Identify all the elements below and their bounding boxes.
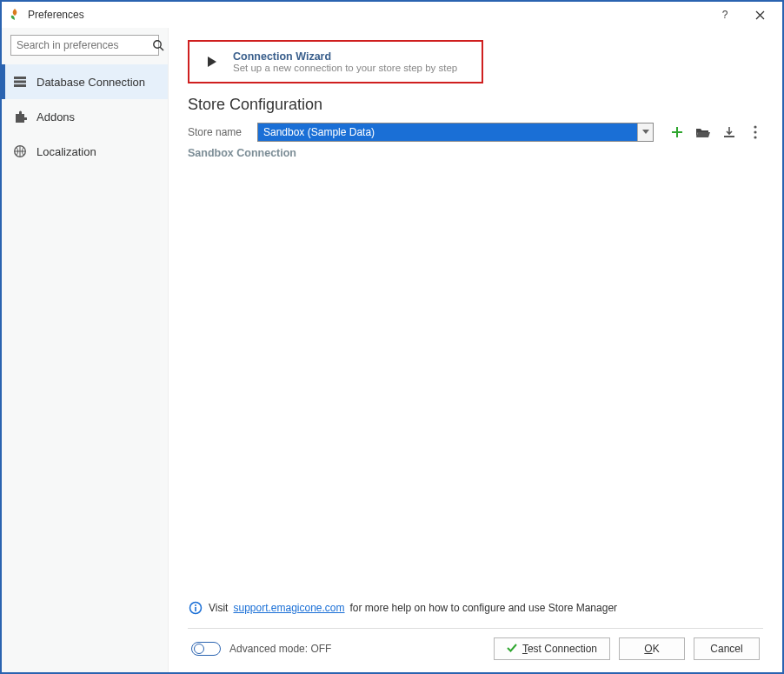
close-button[interactable] bbox=[742, 2, 777, 28]
search-field[interactable] bbox=[11, 39, 152, 51]
advanced-mode-toggle[interactable] bbox=[191, 642, 221, 656]
close-icon bbox=[755, 10, 765, 20]
play-icon bbox=[202, 52, 221, 71]
app-logo-icon bbox=[7, 7, 23, 23]
sidebar-item-addons[interactable]: Addons bbox=[2, 99, 168, 134]
check-icon bbox=[507, 643, 517, 655]
svg-point-0 bbox=[154, 41, 161, 48]
info-row: Visit support.emagicone.com for more hel… bbox=[188, 595, 763, 628]
store-name-combobox[interactable]: Sandbox (Sample Data) bbox=[257, 123, 654, 142]
toggle-knob bbox=[194, 644, 204, 654]
info-icon bbox=[188, 600, 203, 616]
sidebar-item-label: Localization bbox=[37, 145, 96, 158]
support-link[interactable]: support.emagicone.com bbox=[233, 602, 344, 614]
ok-button[interactable]: OK bbox=[619, 637, 685, 660]
test-connection-button[interactable]: Test Connection bbox=[494, 637, 610, 660]
kebab-icon bbox=[754, 125, 757, 139]
sidebar-item-localization[interactable]: Localization bbox=[2, 134, 168, 169]
svg-rect-1 bbox=[14, 77, 26, 79]
info-text-suffix: for more help on how to configure and us… bbox=[350, 602, 618, 614]
svg-point-6 bbox=[754, 130, 756, 133]
connection-wizard-button[interactable]: Connection Wizard Set up a new connectio… bbox=[188, 40, 483, 83]
sidebar-item-label: Addons bbox=[37, 110, 75, 123]
add-store-button[interactable] bbox=[669, 124, 685, 140]
sidebar-item-label: Database Connection bbox=[37, 76, 145, 89]
test-connection-label: Test Connection bbox=[522, 643, 597, 655]
database-icon bbox=[12, 74, 28, 90]
globe-icon bbox=[12, 143, 28, 159]
store-name-label: Store name bbox=[188, 126, 250, 138]
svg-point-9 bbox=[195, 604, 196, 606]
window-title: Preferences bbox=[28, 9, 84, 21]
svg-rect-10 bbox=[195, 607, 196, 611]
help-icon: ? bbox=[722, 9, 728, 21]
advanced-mode-label: Advanced mode: OFF bbox=[229, 643, 331, 655]
cancel-button[interactable]: Cancel bbox=[694, 637, 760, 660]
sidebar-item-database-connection[interactable]: Database Connection bbox=[2, 64, 168, 99]
wizard-subtitle: Set up a new connection to your store st… bbox=[233, 63, 457, 73]
open-folder-button[interactable] bbox=[695, 124, 711, 140]
search-icon bbox=[152, 39, 164, 51]
search-input[interactable] bbox=[10, 35, 159, 56]
svg-point-5 bbox=[754, 125, 756, 128]
plus-icon bbox=[670, 125, 684, 139]
ok-label: OK bbox=[644, 643, 659, 655]
sidebar: Database Connection Addons Localization bbox=[2, 28, 169, 672]
section-title: Store Configuration bbox=[188, 96, 763, 114]
chevron-down-icon[interactable] bbox=[637, 123, 653, 141]
download-button[interactable] bbox=[721, 124, 737, 140]
wizard-title: Connection Wizard bbox=[233, 50, 457, 63]
more-options-button[interactable] bbox=[747, 124, 763, 140]
help-button[interactable]: ? bbox=[708, 2, 742, 28]
cancel-label: Cancel bbox=[710, 643, 742, 655]
svg-rect-2 bbox=[14, 81, 26, 83]
download-icon bbox=[722, 125, 736, 139]
svg-rect-3 bbox=[14, 84, 26, 87]
folder-open-icon bbox=[695, 126, 711, 138]
titlebar: Preferences ? bbox=[2, 2, 782, 28]
svg-point-7 bbox=[754, 136, 756, 138]
info-text-prefix: Visit bbox=[209, 602, 228, 614]
store-name-value: Sandbox (Sample Data) bbox=[258, 123, 637, 141]
bottom-bar: Advanced mode: OFF Test Connection OK Ca… bbox=[188, 628, 763, 664]
content-area: Connection Wizard Set up a new connectio… bbox=[169, 28, 782, 672]
addons-icon bbox=[12, 109, 28, 124]
connection-name: Sandbox Connection bbox=[188, 147, 763, 159]
